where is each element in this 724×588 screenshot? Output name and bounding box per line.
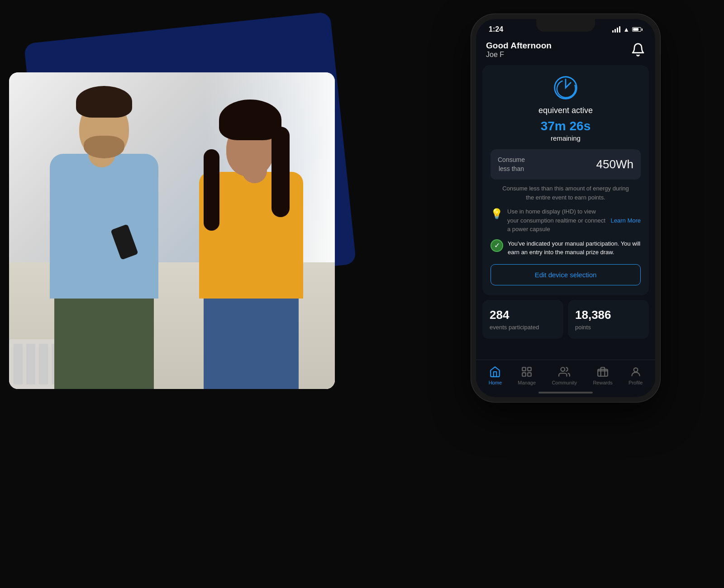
svg-point-5: [561, 367, 565, 371]
greeting-block: Good Afternoon Joe F: [486, 41, 552, 59]
svg-rect-2: [528, 367, 531, 371]
home-bar: [538, 392, 593, 394]
ihd-info-row: 💡 Use in home display (IHD) to view your…: [491, 207, 641, 234]
ihd-text: Use in home display (IHD) to view your c…: [507, 207, 606, 234]
bottom-navigation: Home Manage: [476, 360, 655, 388]
events-stat-card: 284 events participated: [482, 300, 563, 339]
nav-item-rewards[interactable]: Rewards: [593, 365, 612, 385]
nav-label-rewards: Rewards: [593, 380, 612, 385]
hero-photo: [9, 72, 335, 389]
event-description: Consume less than this amount of energy …: [491, 184, 641, 202]
event-remaining-label: remaining: [491, 134, 641, 142]
nav-label-profile: Profile: [629, 380, 643, 385]
manual-text: You've indicated your manual participati…: [508, 239, 641, 257]
events-label: events participated: [490, 324, 556, 331]
stats-row: 284 events participated 18,386 points: [482, 300, 649, 339]
phone-notch: [536, 19, 595, 32]
signal-bars-icon: [612, 26, 620, 33]
event-timer: 37m 26s: [491, 119, 641, 133]
svg-rect-1: [522, 367, 526, 371]
greeting-line1: Good Afternoon: [486, 41, 552, 51]
event-card: equivent active 37m 26s remaining Consum…: [482, 65, 649, 295]
events-count: 284: [490, 308, 556, 322]
manual-participation-row: ✓ You've indicated your manual participa…: [491, 239, 641, 257]
equivent-power-icon: [553, 75, 578, 100]
phone-screen: 1:24 ▲: [476, 19, 655, 397]
consume-label: Consumeless than: [498, 156, 525, 173]
manage-icon: [520, 365, 533, 378]
notification-bell-icon[interactable]: [631, 43, 645, 57]
nav-label-home: Home: [489, 380, 502, 385]
phone-device: 1:24 ▲: [471, 14, 661, 403]
nav-item-manage[interactable]: Manage: [518, 365, 536, 385]
edit-device-button[interactable]: Edit device selection: [491, 264, 641, 285]
app-content: equivent active 37m 26s remaining Consum…: [476, 65, 655, 360]
svg-rect-4: [528, 373, 531, 376]
checkmark-icon: ✓: [491, 239, 503, 252]
nav-label-community: Community: [552, 380, 577, 385]
svg-point-7: [634, 368, 638, 372]
home-indicator: [476, 388, 655, 397]
learn-more-link[interactable]: Learn More: [611, 217, 641, 224]
rewards-icon: [596, 365, 609, 378]
nav-label-manage: Manage: [518, 380, 536, 385]
user-name: Joe F: [486, 51, 552, 59]
nav-item-profile[interactable]: Profile: [629, 365, 643, 385]
status-time: 1:24: [489, 25, 503, 33]
points-label: points: [575, 324, 642, 331]
lightbulb-icon: 💡: [491, 208, 503, 220]
profile-icon: [629, 365, 642, 378]
community-icon: [558, 365, 571, 378]
points-count: 18,386: [575, 308, 642, 322]
app-header: Good Afternoon Joe F: [476, 37, 655, 65]
points-stat-card: 18,386 points: [568, 300, 649, 339]
home-icon: [489, 365, 501, 378]
nav-item-community[interactable]: Community: [552, 365, 577, 385]
consume-card: Consumeless than 450Wh: [491, 149, 641, 180]
phone-frame: 1:24 ▲: [471, 14, 661, 403]
svg-rect-3: [522, 373, 526, 376]
nav-item-home[interactable]: Home: [489, 365, 502, 385]
consume-value: 450Wh: [596, 157, 634, 171]
wifi-icon: ▲: [623, 26, 629, 33]
battery-icon: [632, 27, 643, 32]
status-icons: ▲: [612, 26, 643, 33]
event-title: equivent active: [491, 106, 641, 115]
